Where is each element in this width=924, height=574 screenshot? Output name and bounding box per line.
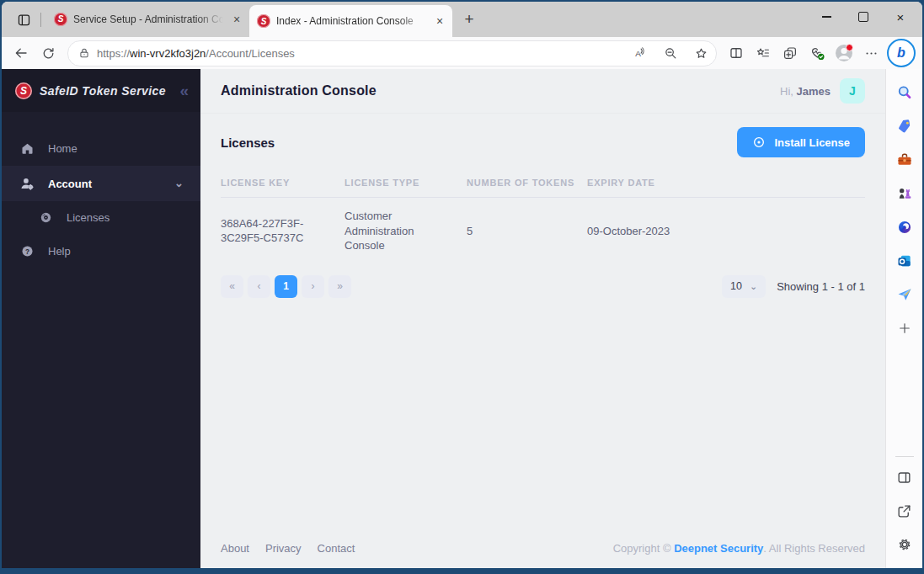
sidebar-microsoft365-button[interactable] [890,210,919,244]
maximize-button[interactable] [845,2,882,32]
sidebar-divider [895,456,914,457]
pagination-last-button[interactable]: » [328,275,351,298]
refresh-icon [41,46,56,61]
profile-notification-dot [846,44,853,51]
favorites-button[interactable] [750,41,776,65]
refresh-button[interactable] [35,41,61,65]
safeid-favicon: S [54,13,67,26]
page-size-select[interactable]: 10 ⌄ [722,275,766,298]
pagination-page-1-button[interactable]: 1 [275,275,297,298]
window-close-button[interactable]: × [882,2,919,32]
tab-close-icon[interactable]: × [229,12,244,27]
read-aloud-icon: A [633,46,648,61]
microsoft365-icon [896,219,913,236]
sidebar-games-button[interactable] [890,177,919,210]
browser-toolbar: https://win-vrv2kfo3j2n/Account/Licenses… [2,37,922,69]
split-screen-button[interactable] [724,41,749,65]
safeid-logo-icon: S [15,82,32,99]
webview: S SafeID Token Service « Home [2,69,885,568]
footer-link-contact[interactable]: Contact [318,542,355,555]
sidebar-nav: Home Account [2,112,200,268]
app-sidebar: S SafeID Token Service « Home [2,69,200,568]
account-gear-icon [19,176,35,192]
licenses-content: Licenses Install License LICENSE KEY [200,114,885,529]
tab-index-admin-console[interactable]: S Index - Administration Console × [249,5,452,37]
column-header: NUMBER OF TOKENS [467,178,587,188]
tab-divider [40,13,41,27]
zoom-out-icon [664,46,678,61]
column-header: EXPIRY DATE [587,178,865,188]
sidebar-item-label: Home [48,142,77,155]
sidebar-drop-button[interactable] [890,278,919,311]
profile-button[interactable] [831,41,857,65]
bing-icon: b [897,45,905,61]
new-tab-button[interactable]: + [457,8,481,31]
star-icon [694,46,708,61]
tab-title: Index - Administration Console [276,15,426,27]
tokens-cell: 5 [467,224,587,239]
settings-more-button[interactable] [858,41,884,65]
sidebar-outlook-button[interactable] [890,244,919,278]
sidebar-item-home[interactable]: Home [2,130,200,166]
greeting-text: Hi, James [780,85,831,98]
copyright-text: Copyright © Deepnet Security. All Rights… [613,542,865,555]
footer-link-privacy[interactable]: Privacy [265,542,302,555]
shopping-tag-icon [896,118,913,135]
section-title: Licenses [221,136,275,150]
sidebar-item-licenses[interactable]: Licenses [2,201,200,233]
games-icon [896,185,913,202]
help-icon: ? [19,244,35,258]
tab-title: Service Setup - Administration Co [73,13,223,25]
license-type-cell: Customer Administration Console [344,209,467,253]
back-button[interactable] [8,41,34,65]
showing-label: Showing 1 - 1 of 1 [777,280,865,293]
footer-link-about[interactable]: About [221,542,249,555]
browser-essentials-button[interactable] [804,41,830,65]
company-link[interactable]: Deepnet Security [674,542,763,555]
page-title: Administration Console [221,83,377,98]
sidebar-settings-button[interactable] [890,528,919,561]
tab-actions-menu-button[interactable] [12,8,35,31]
install-license-button[interactable]: Install License [737,127,865,157]
more-icon [864,46,879,61]
sidebar-item-help[interactable]: ? Help [2,233,200,268]
tab-strip: S Service Setup - Administration Co × S … [2,2,922,37]
minimize-button[interactable] [808,2,845,32]
sidebar-shopping-button[interactable] [890,109,919,143]
pagination-first-button[interactable]: « [221,275,243,298]
tab-service-setup[interactable]: S Service Setup - Administration Co × [46,5,249,33]
zoom-out-button[interactable] [659,43,682,63]
table-header-row: LICENSE KEY LICENSE TYPE NUMBER OF TOKEN… [221,178,865,198]
pagination-prev-button[interactable]: ‹ [248,275,270,298]
collections-button[interactable] [777,41,803,65]
sidebar-open-external-button[interactable] [890,494,919,528]
sidebar-panel-button[interactable] [890,460,919,494]
sidebar-tools-button[interactable] [890,143,919,177]
avatar[interactable]: J [840,78,865,104]
outlook-icon [896,252,913,269]
window-controls: × [808,2,919,37]
read-aloud-button[interactable]: A [628,43,652,63]
address-bar[interactable]: https://win-vrv2kfo3j2n/Account/Licenses… [67,40,717,66]
gear-icon [896,536,913,553]
sidebar-customize-button[interactable] [890,311,919,345]
pagination-next-button[interactable]: › [302,275,324,298]
svg-text:A: A [635,49,641,58]
back-icon [13,45,29,61]
sidebar-item-label: Account [48,178,92,190]
disc-icon [752,136,766,149]
tab-close-icon[interactable]: × [432,13,447,29]
sidebar-collapse-icon[interactable]: « [179,82,187,100]
sidebar-item-label: Help [48,245,71,258]
sidebar-search-button[interactable] [890,76,919,109]
lock-icon [78,47,90,59]
browser-essentials-icon [809,45,825,61]
url-text: https://win-vrv2kfo3j2n/Account/Licenses [97,47,295,60]
favorite-star-button[interactable] [689,43,713,63]
table-row: 368A64-227F3F-3C29F5-C5737C Customer Adm… [221,198,865,265]
app-header: Administration Console Hi, James J [200,69,885,114]
split-screen-icon [729,45,744,61]
bing-chat-button[interactable]: b [887,39,916,67]
sidebar-item-account[interactable]: Account ⌄ [2,166,200,201]
brand-name: SafeID Token Service [40,84,172,98]
